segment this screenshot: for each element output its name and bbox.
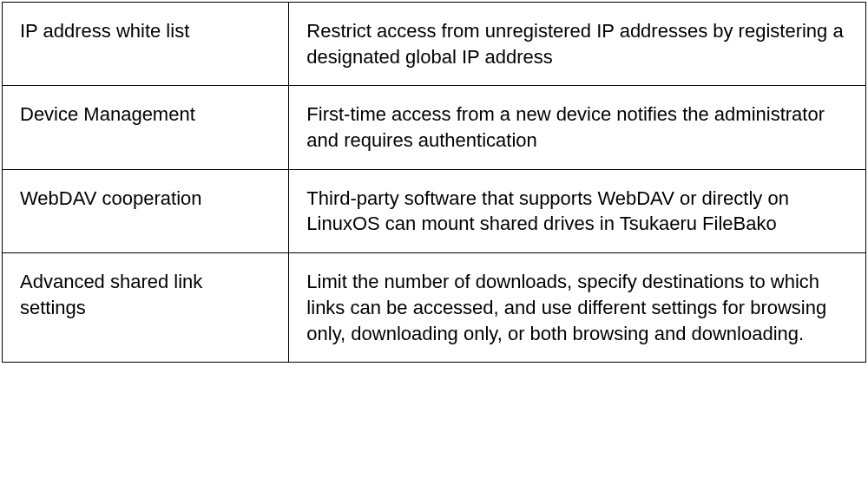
table-row: IP address white list Restrict access fr…: [3, 3, 866, 86]
feature-name-cell: IP address white list: [3, 3, 289, 86]
feature-description-cell: First-time access from a new device noti…: [289, 86, 866, 169]
features-table: IP address white list Restrict access fr…: [2, 2, 866, 363]
feature-description-cell: Restrict access from unregistered IP add…: [289, 3, 866, 86]
feature-name-cell: Device Management: [3, 86, 289, 169]
feature-description-cell: Third-party software that supports WebDA…: [289, 169, 866, 252]
table-row: Advanced shared link settings Limit the …: [3, 253, 866, 363]
feature-name-cell: WebDAV cooperation: [3, 169, 289, 252]
feature-name-cell: Advanced shared link settings: [3, 253, 289, 363]
features-table-container: IP address white list Restrict access fr…: [0, 0, 868, 364]
table-row: Device Management First-time access from…: [3, 86, 866, 169]
feature-description-cell: Limit the number of downloads, specify d…: [289, 253, 866, 363]
table-row: WebDAV cooperation Third-party software …: [3, 169, 866, 252]
